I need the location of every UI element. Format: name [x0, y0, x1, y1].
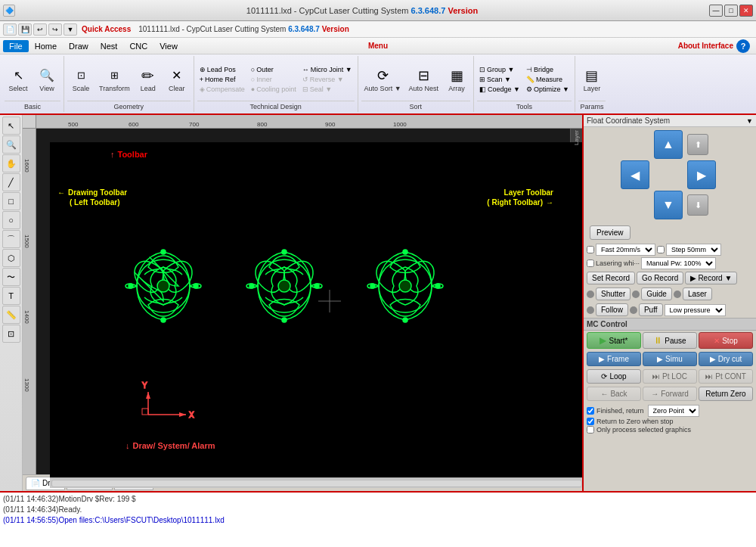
menu-view[interactable]: View [153, 40, 184, 52]
group-button[interactable]: ⊡Group ▼ [477, 65, 522, 74]
dir-up-button[interactable]: ▲ [654, 130, 683, 159]
forward-button[interactable]: → Forward [643, 387, 697, 401]
auto-nest-button[interactable]: ⊟ Auto Nest [406, 65, 442, 94]
return-zero-checkbox[interactable] [587, 418, 594, 425]
menu-draw[interactable]: Draw [63, 40, 94, 52]
measure-button[interactable]: 📏Measure [524, 75, 572, 84]
follow-button[interactable]: Follow [596, 303, 628, 316]
auto-sort-button[interactable]: ⟳ Auto Sort ▼ [361, 65, 404, 94]
view-button[interactable]: 🔍 View [33, 65, 60, 94]
laser-button[interactable]: Laser [683, 287, 712, 300]
lt-line[interactable]: ╱ [2, 173, 20, 191]
about-button[interactable]: ? [736, 39, 750, 53]
go-record-button[interactable]: Go Record [637, 272, 683, 284]
mc-control-header: MC Control [584, 318, 756, 331]
new-file-button[interactable]: 📄 [3, 23, 17, 36]
shutter-button[interactable]: Shutter [596, 287, 631, 300]
dir-down-right-button[interactable]: ⬇ [687, 194, 708, 216]
menu-home[interactable]: Home [29, 40, 63, 52]
array-icon: ▦ [448, 67, 466, 85]
close-button[interactable]: ✕ [739, 5, 753, 17]
optimize-button[interactable]: ⚙Optimize ▼ [524, 85, 572, 94]
dir-left-button[interactable]: ◀ [621, 160, 649, 189]
lt-text[interactable]: T [2, 287, 20, 305]
window-controls[interactable]: — □ ✕ [709, 5, 753, 17]
dir-up-right-button[interactable]: ⬆ [687, 134, 708, 155]
puff-button[interactable]: Puff [639, 303, 663, 316]
only-process-checkbox[interactable] [587, 426, 594, 434]
transform-button[interactable]: ⊞ Transform [96, 65, 133, 94]
preview-button[interactable]: Preview [590, 225, 631, 240]
pt-loc-button[interactable]: ⏭ Pt LOC [643, 369, 697, 384]
lt-pan[interactable]: ✋ [2, 154, 20, 172]
back-button[interactable]: ← Back [587, 387, 641, 401]
menu-cnc[interactable]: CNC [123, 40, 153, 52]
pause-button[interactable]: ⏸ Pause [643, 332, 697, 349]
drawing-canvas[interactable]: ↑ Toolbar ←Drawing Toolbar( Left Toolbar… [50, 142, 582, 488]
return-zero-button[interactable]: Return Zero [699, 387, 753, 401]
start-button[interactable]: ▶ Start* [587, 332, 641, 349]
outer-button[interactable]: ○Outer [249, 65, 299, 74]
dry-cut-button[interactable]: ▶ Dry cut [699, 352, 753, 366]
maximize-button[interactable]: □ [724, 5, 738, 17]
micro-joint-button[interactable]: ↔Micro Joint ▼ [300, 65, 355, 74]
low-pressure-select[interactable]: Low pressure [665, 304, 726, 316]
lt-zoom[interactable]: 🔍 [2, 135, 20, 154]
layer-button[interactable]: ▤ Layer [578, 65, 606, 94]
select-button[interactable]: ↖ Select [5, 65, 32, 94]
finished-checkbox[interactable] [587, 407, 594, 415]
lt-spline[interactable]: 〜 [2, 268, 20, 286]
canvas-area[interactable]: 500 600 700 800 900 1000 1600 1500 1400 … [23, 115, 582, 491]
minimize-button[interactable]: — [709, 5, 723, 17]
lasering-checkbox[interactable] [587, 260, 594, 267]
frame-button[interactable]: ▶ Frame [587, 352, 641, 366]
inner-button[interactable]: ○Inner [249, 75, 299, 84]
horizontal-scrollbar[interactable] [50, 477, 582, 488]
scale-button[interactable]: ⊡ Scale [67, 65, 94, 94]
lt-poly[interactable]: ⬡ [2, 249, 20, 267]
finished-return-row: Finished, return Zero Point [587, 405, 753, 417]
simu-button[interactable]: ▶ Simu [643, 352, 697, 366]
record-dropdown-button[interactable]: ▶ Record ▼ [685, 272, 737, 284]
lead-button[interactable]: ✏ Lead [135, 65, 162, 94]
lt-circle[interactable]: ○ [2, 211, 20, 229]
menu-nest[interactable]: Nest [94, 40, 124, 52]
compensate-button[interactable]: ◈Compensate [197, 85, 247, 94]
fast-speed-select[interactable]: Fast 20mm/s [596, 244, 655, 256]
pt-cont-button[interactable]: ⏭ Pt CONT [699, 369, 753, 384]
step-select[interactable]: Step 50mm [666, 244, 721, 256]
coedge-button[interactable]: ◧Coedge ▼ [477, 85, 522, 94]
lt-node[interactable]: ⊡ [2, 325, 20, 343]
cooling-point-button[interactable]: ●Cooling point [249, 85, 299, 94]
app-title: 1011111.lxd - CypCut Laser Cutting Syste… [246, 6, 409, 15]
guide-indicator [632, 291, 640, 298]
dir-down-button[interactable]: ▼ [654, 191, 683, 219]
manual-pw-select[interactable]: Manual Pw: 100% [641, 257, 716, 269]
svg-point-19 [435, 284, 440, 288]
reverse-button[interactable]: ↺Reverse ▼ [300, 75, 355, 84]
set-record-button[interactable]: Set Record [587, 272, 635, 284]
fast-checkbox[interactable] [587, 246, 594, 253]
scan-button[interactable]: ⊞Scan ▼ [477, 75, 522, 84]
save-button[interactable]: 💾 [18, 23, 32, 36]
loop-button[interactable]: ⟳ Loop [587, 369, 641, 384]
finished-select[interactable]: Zero Point [648, 405, 699, 417]
step-checkbox[interactable] [657, 246, 665, 253]
lead-pos-button[interactable]: ⊕Lead Pos [197, 65, 247, 74]
quick-access-dropdown[interactable]: ▼ [64, 23, 77, 36]
redo-button[interactable]: ↪ [48, 23, 62, 36]
array-button[interactable]: ▦ Array [443, 65, 470, 94]
bridge-button[interactable]: ⊣Bridge [524, 65, 572, 74]
dir-right-button[interactable]: ▶ [687, 160, 716, 189]
stop-button[interactable]: ✕ Stop [699, 332, 753, 349]
lt-measure[interactable]: 📏 [2, 306, 20, 324]
clear-button[interactable]: ✕ Clear [163, 65, 191, 94]
undo-button[interactable]: ↩ [33, 23, 47, 36]
guide-button[interactable]: Guide [641, 287, 672, 300]
menu-file[interactable]: File [3, 40, 29, 52]
home-ref-button[interactable]: +Home Ref [197, 75, 247, 84]
lt-rect[interactable]: □ [2, 192, 20, 210]
seal-button[interactable]: ⊟Seal ▼ [300, 85, 355, 94]
lt-arc[interactable]: ⌒ [2, 230, 20, 248]
lt-pointer[interactable]: ↖ [2, 117, 20, 135]
